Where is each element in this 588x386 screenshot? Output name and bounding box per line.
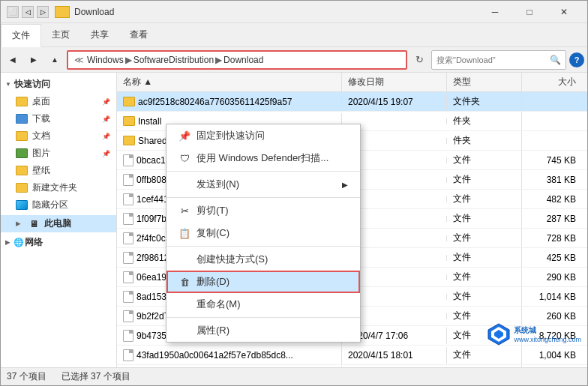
file-name-cell: 47eae6be1041437415fc3b07ff8c8005...	[117, 366, 342, 368]
copy-ctx-icon: 📋	[178, 228, 190, 239]
sidebar-item-wallpaper[interactable]: 壁纸	[1, 162, 116, 179]
search-box[interactable]: 🔍	[431, 50, 566, 70]
col-header-name[interactable]: 名称 ▲	[117, 73, 342, 91]
table-row[interactable]: 43fad1950a0c00641a2f57e7db85dc8... 2020/…	[117, 346, 587, 365]
sidebar-desktop-label: 桌面	[32, 95, 50, 108]
statusbar: 37 个项目 已选择 37 个项目	[1, 367, 587, 385]
sidebar-item-docs[interactable]: 文档 📌	[1, 127, 116, 145]
sidebar-section-network: ▶ 🌐 网络	[1, 234, 116, 251]
cut-ctx-icon: ✂	[178, 205, 190, 217]
ctx-properties[interactable]: 属性(R)	[166, 319, 360, 342]
path-part-windows[interactable]: Windows	[87, 55, 124, 65]
titlebar: ⬜ ◁ ▷ Download ─ □ ✕	[1, 1, 587, 23]
file-icon	[123, 349, 134, 361]
ctx-rename[interactable]: 重命名(M)	[166, 293, 360, 316]
chevron-thispc-icon: ▶	[16, 220, 20, 227]
sidebar-header-quickaccess[interactable]: ▼ 快速访问	[1, 76, 116, 93]
file-type-cell: 文件	[447, 229, 522, 247]
ctx-separator-2	[166, 197, 360, 198]
window-title: Download	[74, 7, 478, 17]
file-name-cell: 43fad1950a0c00641a2f57e7db85dc8...	[117, 346, 342, 364]
address-path[interactable]: ≪ Windows ▶ SoftwareDistribution ▶ Downl…	[67, 50, 407, 70]
ribbon-tab-home[interactable]: 主页	[41, 24, 80, 46]
sidebar-thispc-label: 此电脑	[44, 217, 71, 230]
file-type-cell: 文件	[447, 190, 522, 208]
col-header-type[interactable]: 类型	[447, 73, 522, 91]
ctx-cut[interactable]: ✂ 剪切(T)	[166, 199, 360, 222]
sidebar-hidden-label: 隐藏分区	[32, 199, 68, 211]
forward-icon: ▷	[37, 6, 49, 18]
file-size-cell	[522, 99, 582, 105]
file-size-cell: 482 KB	[522, 191, 582, 208]
sidebar-item-newfolder[interactable]: 新建文件夹	[1, 179, 116, 196]
ctx-pin-quickaccess[interactable]: 📌 固定到快速访问	[166, 124, 360, 147]
hidden-folder-icon	[16, 200, 28, 210]
watermark-label: 系统城	[514, 325, 581, 336]
folder-icon	[123, 116, 135, 126]
ctx-copy[interactable]: 📋 复制(C)	[166, 222, 360, 244]
ctx-send-to[interactable]: 发送到(N) ▶	[166, 173, 360, 196]
table-row[interactable]: 47eae6be1041437415fc3b07ff8c8005... 2020…	[117, 365, 587, 367]
table-row[interactable]: ac9f2518c80246a776035611425f9a57 2020/4/…	[117, 92, 587, 112]
sidebar-header-network[interactable]: ▶ 🌐 网络	[1, 234, 116, 251]
sidebar-quickaccess-label: 快速访问	[14, 78, 50, 91]
pin-icon-docs: 📌	[102, 133, 110, 140]
wallpaper-folder-icon	[16, 166, 28, 175]
sidebar-item-desktop[interactable]: 桌面 📌	[1, 93, 116, 110]
sidebar-item-download[interactable]: 下载 📌	[1, 110, 116, 127]
watermark-site: www.xitongcheng.com	[514, 336, 581, 343]
newfolder-icon	[16, 183, 28, 193]
folder-title-icon	[55, 6, 70, 18]
ctx-create-shortcut[interactable]: 创建快捷方式(S)	[166, 248, 360, 271]
path-part-softwaredist[interactable]: SoftwareDistribution	[134, 55, 214, 65]
file-type-cell: 件夹	[447, 131, 522, 150]
file-type-cell: 文件	[447, 287, 522, 306]
back-button[interactable]: ◀	[4, 51, 22, 69]
pictures-folder-icon	[16, 148, 28, 158]
ctx-separator-3	[166, 246, 360, 247]
file-type-cell: 文件	[447, 151, 522, 169]
window-controls: ─ □ ✕	[478, 1, 581, 23]
path-part-download[interactable]: Download	[224, 55, 263, 65]
col-header-size[interactable]: 大小	[522, 73, 582, 91]
sidebar-network-label: 网络	[25, 236, 43, 249]
ribbon-tab-share[interactable]: 共享	[80, 24, 119, 46]
file-icon	[123, 291, 134, 303]
file-type-cell: 文件	[447, 346, 522, 364]
ribbon-tab-view[interactable]: 查看	[119, 24, 158, 46]
refresh-button[interactable]: ↻	[410, 51, 428, 69]
download-folder-icon	[16, 114, 28, 124]
addressbar: ◀ ▶ ▲ ≪ Windows ▶ SoftwareDistribution ▶…	[1, 47, 587, 73]
minimize-button[interactable]: ─	[478, 1, 512, 23]
sidebar-download-label: 下载	[32, 112, 50, 125]
ctx-defender-scan[interactable]: 🛡 使用 Windows Defender扫描...	[166, 147, 360, 169]
ribbon-tab-file[interactable]: 文件	[1, 24, 41, 47]
ctx-delete[interactable]: 🗑 删除(D)	[166, 271, 360, 293]
pin-icon-dl: 📌	[102, 115, 110, 123]
file-name-cell: ac9f2518c80246a776035611425f9a57	[117, 94, 342, 110]
sidebar-item-pictures[interactable]: 图片 📌	[1, 145, 116, 162]
help-button[interactable]: ?	[569, 52, 584, 67]
ctx-separator-1	[166, 171, 360, 172]
docs-folder-icon	[16, 131, 28, 141]
file-icon	[123, 193, 134, 205]
chevron-network-icon: ▶	[5, 239, 10, 246]
search-icon: 🔍	[550, 55, 561, 65]
desktop-folder-icon	[16, 97, 28, 106]
file-size-cell: 287 KB	[522, 211, 582, 227]
up-button[interactable]: ▲	[46, 51, 64, 69]
sidebar-pictures-label: 图片	[32, 147, 50, 160]
folder-icon	[123, 97, 135, 106]
sidebar-item-hidden[interactable]: 隐藏分区	[1, 196, 116, 214]
forward-button[interactable]: ▶	[25, 51, 43, 69]
col-header-date[interactable]: 修改日期	[342, 73, 447, 91]
maximize-button[interactable]: □	[512, 1, 547, 23]
watermark: 系统城 www.xitongcheng.com	[487, 322, 581, 346]
sidebar-header-thispc[interactable]: ▶ 🖥 此电脑	[1, 215, 116, 232]
pin-icon-pics: 📌	[102, 150, 110, 157]
chevron-icon: ▼	[5, 81, 11, 88]
close-button[interactable]: ✕	[547, 1, 581, 23]
file-size-cell: 745 KB	[522, 152, 582, 169]
file-type-cell: 文件夹	[447, 92, 522, 111]
search-input[interactable]	[436, 55, 550, 64]
